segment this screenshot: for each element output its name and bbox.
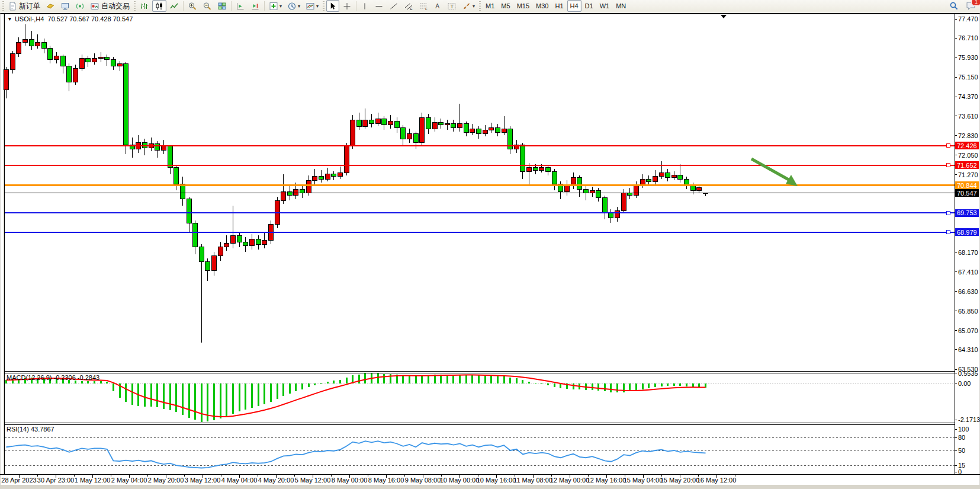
fibonacci-button[interactable]: F bbox=[416, 0, 430, 12]
svg-text:77.470: 77.470 bbox=[958, 15, 978, 23]
svg-text:F: F bbox=[425, 7, 428, 11]
candlesticks bbox=[4, 24, 708, 342]
terminal-button[interactable] bbox=[58, 0, 72, 12]
toolbar-separator bbox=[231, 1, 232, 11]
time-label: 16 May 12:00 bbox=[697, 477, 737, 484]
equidistant-channel-button[interactable]: E bbox=[401, 0, 416, 12]
svg-text:65.070: 65.070 bbox=[958, 327, 978, 334]
indicators-button[interactable]: ▾ bbox=[266, 0, 284, 12]
time-label: 12 May 16:00 bbox=[587, 477, 626, 484]
toolbar-separator bbox=[264, 1, 265, 11]
timeframe-label: MN bbox=[616, 2, 626, 9]
price-tag-label: 68.979 bbox=[957, 229, 977, 236]
time-label: 2 May 20:00 bbox=[148, 477, 184, 484]
svg-text:100: 100 bbox=[958, 426, 969, 433]
trendline-button[interactable] bbox=[387, 0, 401, 12]
macd-panel[interactable]: 0.55350.00-2.1713 bbox=[5, 370, 980, 423]
line-handle[interactable] bbox=[946, 211, 950, 215]
time-label: 11 May 08:00 bbox=[513, 477, 552, 484]
notifications-button[interactable]: 1 bbox=[963, 0, 979, 12]
text-a-icon: A bbox=[433, 2, 442, 11]
crosshair-button[interactable] bbox=[340, 0, 354, 12]
broadcast-icon bbox=[75, 2, 85, 11]
cursor-button[interactable] bbox=[326, 0, 339, 12]
time-axis[interactable]: 28 Apr 202330 Apr 23:001 May 12:002 May … bbox=[1, 475, 736, 484]
vertical-line-button[interactable] bbox=[358, 0, 371, 12]
timeframe-h4-button[interactable]: H4 bbox=[567, 0, 581, 12]
time-label: 10 May 00:00 bbox=[440, 477, 480, 484]
tile-windows-button[interactable] bbox=[215, 0, 229, 12]
bar-chart-icon bbox=[140, 2, 149, 11]
bar-chart-button[interactable] bbox=[137, 0, 152, 12]
svg-text:72.830: 72.830 bbox=[958, 132, 978, 139]
rsi-indicator-label: RSI(14) 43.7867 bbox=[7, 426, 54, 433]
periods-button[interactable]: ▾ bbox=[285, 0, 303, 12]
chevron-down-icon: ▾ bbox=[298, 4, 300, 9]
arrows-button[interactable]: ▾ bbox=[460, 0, 477, 12]
time-label: 5 May 12:00 bbox=[295, 477, 331, 484]
auto-scroll-button[interactable] bbox=[233, 0, 248, 12]
horizontal-level-lines[interactable]: 72.42671.65270.84470.54769.75368.979 bbox=[5, 142, 979, 236]
timeframe-d1-button[interactable]: D1 bbox=[582, 0, 596, 12]
toolbar-grip[interactable] bbox=[134, 1, 136, 11]
time-label: 2 May 04:00 bbox=[111, 477, 147, 484]
toolbar-grip[interactable] bbox=[479, 1, 481, 11]
rsi-panel[interactable]: 1008050150 bbox=[5, 426, 969, 475]
text-button[interactable]: A bbox=[431, 0, 444, 12]
chart-shift-marker-icon[interactable] bbox=[721, 15, 727, 18]
price-tag-label: 72.426 bbox=[957, 142, 977, 149]
line-handle[interactable] bbox=[946, 164, 950, 167]
add-indicator-icon bbox=[269, 2, 278, 11]
signals-button[interactable] bbox=[73, 0, 87, 12]
line-handle[interactable] bbox=[946, 144, 950, 148]
new-order-button[interactable]: 新订单 bbox=[6, 0, 43, 12]
svg-text:80: 80 bbox=[958, 434, 965, 441]
dropdown-triangle-icon[interactable]: ▼ bbox=[7, 16, 12, 22]
toolbar: 新订单 自动交易 bbox=[0, 0, 980, 12]
search-button[interactable] bbox=[947, 0, 961, 12]
chart-shift-icon bbox=[250, 2, 260, 11]
toolbar-grip[interactable] bbox=[2, 1, 4, 11]
chart-shift-button[interactable] bbox=[248, 0, 262, 12]
time-label: 15 May 20:00 bbox=[660, 477, 700, 484]
svg-text:A: A bbox=[435, 3, 439, 9]
terminal-icon bbox=[60, 2, 70, 11]
line-handle[interactable] bbox=[946, 231, 950, 234]
svg-text:75.150: 75.150 bbox=[958, 73, 978, 81]
zoom-in-button[interactable] bbox=[185, 0, 200, 12]
chevron-down-icon: ▾ bbox=[473, 4, 475, 9]
text-label-button[interactable]: T bbox=[445, 0, 459, 12]
time-label: 9 May 08:00 bbox=[405, 477, 441, 484]
tile-windows-icon bbox=[217, 2, 227, 11]
svg-text:-2.1713: -2.1713 bbox=[958, 416, 980, 423]
svg-text:64.310: 64.310 bbox=[958, 346, 978, 353]
trend-arrow-annotation[interactable] bbox=[751, 159, 798, 186]
svg-text:74.370: 74.370 bbox=[958, 93, 978, 100]
market-watch-button[interactable] bbox=[43, 0, 57, 12]
time-label: 4 May 04:00 bbox=[221, 477, 258, 484]
time-label: 28 Apr 2023 bbox=[1, 477, 36, 484]
zoom-out-button[interactable] bbox=[200, 0, 214, 12]
line-chart-button[interactable] bbox=[167, 0, 181, 12]
candlestick-chart-button[interactable] bbox=[152, 0, 166, 12]
timeframe-m1-button[interactable]: M1 bbox=[483, 0, 497, 12]
timeframe-m15-button[interactable]: M15 bbox=[514, 0, 532, 12]
svg-text:0: 0 bbox=[958, 468, 962, 475]
svg-text:50: 50 bbox=[958, 447, 965, 454]
time-label: 8 May 16:00 bbox=[368, 477, 404, 484]
timeframe-h1-button[interactable]: H1 bbox=[552, 0, 566, 12]
timeframe-w1-button[interactable]: W1 bbox=[597, 0, 613, 12]
macd-indicator-label: MACD(12,26,9) -0.2306 -0.2843 bbox=[7, 374, 99, 381]
cursor-icon bbox=[329, 2, 337, 11]
toolbar-grip[interactable] bbox=[323, 1, 324, 11]
timeframe-m5-button[interactable]: M5 bbox=[498, 0, 513, 12]
timeframe-m30-button[interactable]: M30 bbox=[533, 0, 551, 12]
templates-button[interactable]: ▾ bbox=[303, 0, 321, 12]
svg-text:73.610: 73.610 bbox=[958, 113, 978, 120]
horizontal-line-button[interactable] bbox=[372, 0, 386, 12]
chart-canvas[interactable]: 77.47076.71075.93075.15074.37073.61072.8… bbox=[0, 0, 980, 489]
timeframe-mn-button[interactable]: MN bbox=[613, 0, 629, 12]
svg-text:T: T bbox=[451, 4, 454, 9]
arrows-icon bbox=[462, 2, 471, 11]
autotrade-button[interactable]: 自动交易 bbox=[88, 0, 132, 12]
